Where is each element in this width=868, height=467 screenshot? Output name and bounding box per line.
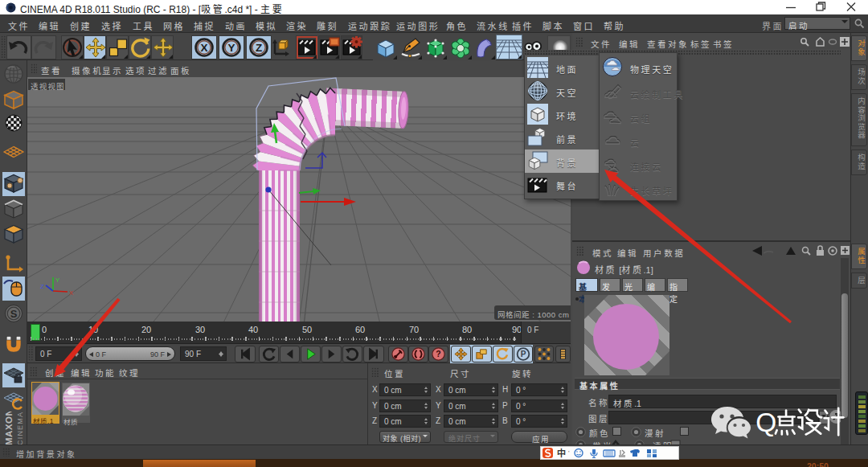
svg-text:': ' <box>568 449 570 457</box>
svg-text:中: 中 <box>557 448 566 458</box>
svg-text:Y: Y <box>55 277 60 284</box>
svg-text:Z: Z <box>256 42 262 54</box>
svg-text:MAXON: MAXON <box>4 412 14 445</box>
svg-text:?: ? <box>436 350 440 358</box>
svg-text:Z: Z <box>40 283 44 290</box>
svg-text:P: P <box>521 350 526 358</box>
svg-text:Y: Y <box>227 42 235 54</box>
svg-text:S: S <box>10 308 18 320</box>
svg-text:X: X <box>69 289 74 297</box>
svg-text:X: X <box>200 42 207 54</box>
svg-text:Q: Q <box>755 408 776 437</box>
svg-text:CINEMA: CINEMA <box>16 412 24 445</box>
